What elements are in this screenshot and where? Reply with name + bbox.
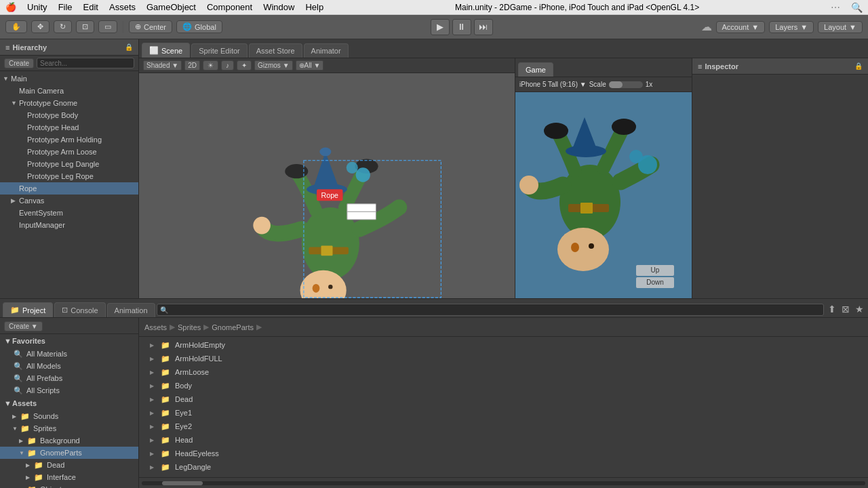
global-button[interactable]: 🌐 Global <box>176 20 222 33</box>
project-file-item[interactable]: ▶📁ArmHoldEmpty <box>139 338 868 352</box>
hierarchy-create-button[interactable]: Create <box>4 58 34 68</box>
scene-canvas[interactable]: Rope <box>139 73 515 298</box>
play-button[interactable]: ▶ <box>431 19 450 35</box>
favorites-item-label: All Prefabs <box>26 374 62 382</box>
folder-icon: 📁 <box>161 422 170 431</box>
account-button[interactable]: Account ▼ <box>716 21 766 33</box>
layers-button[interactable]: Layers ▼ <box>769 21 814 33</box>
menu-window[interactable]: Window <box>263 2 294 12</box>
hierarchy-search-input[interactable] <box>37 58 134 68</box>
hierarchy-item[interactable]: Prototype Leg Dangle <box>0 158 138 170</box>
project-file-item[interactable]: ▶📁Head <box>139 433 868 447</box>
rotate-tool-button[interactable]: ↻ <box>54 20 72 33</box>
shaded-dropdown[interactable]: Shaded ▼ <box>143 60 182 70</box>
project-file-item[interactable]: ▶📁HeadEyeless <box>139 447 868 460</box>
project-star-button[interactable]: ★ <box>854 302 865 316</box>
move-tool-button[interactable]: ✥ <box>31 20 50 33</box>
search-icon[interactable]: 🔍 <box>851 2 863 13</box>
favorites-item[interactable]: 🔍All Models <box>0 360 138 372</box>
tab-project[interactable]: 📁 Project <box>3 302 53 317</box>
project-file-item[interactable]: ▶📁LegDangle <box>139 460 868 474</box>
favorites-item[interactable]: 🔍All Scripts <box>0 384 138 396</box>
fx-button[interactable]: ✦ <box>237 60 252 70</box>
hierarchy-item[interactable]: ▶Canvas <box>0 195 138 207</box>
rect-tool-button[interactable]: ▭ <box>98 20 117 33</box>
project-file-item[interactable]: ▶📁Eye1 <box>139 406 868 420</box>
project-file-item[interactable]: ▶📁ArmLoose <box>139 365 868 379</box>
hierarchy-item[interactable]: Prototype Leg Rope <box>0 170 138 182</box>
favorites-item[interactable]: 🔍All Materials <box>0 348 138 360</box>
menu-file[interactable]: File <box>58 2 73 12</box>
project-filter-button[interactable]: ⊠ <box>840 302 851 316</box>
center-button[interactable]: ⊕ Center <box>129 20 172 33</box>
layout-button[interactable]: Layout ▼ <box>818 21 863 33</box>
lighting-button[interactable]: ☀ <box>203 60 218 70</box>
hierarchy-item[interactable]: Main Camera <box>0 85 138 97</box>
hierarchy-item[interactable]: ▼Prototype Gnome <box>0 97 138 109</box>
favorites-item[interactable]: 🔍All Prefabs <box>0 372 138 384</box>
menu-gameobject[interactable]: GameObject <box>146 2 196 12</box>
gizmos-dropdown[interactable]: Gizmos ▼ <box>254 60 293 70</box>
breadcrumb-gnomeparts[interactable]: GnomeParts <box>212 323 254 331</box>
scroll-thumb[interactable] <box>162 481 203 485</box>
hierarchy-item[interactable]: InputManager <box>0 219 138 231</box>
device-dropdown[interactable]: iPhone 5 Tall (9:16) ▼ <box>519 81 587 88</box>
scene-toolbar: Shaded ▼ 2D ☀ ♪ ✦ Gizmos ▼ ⊕All ▼ <box>139 58 515 73</box>
pause-button[interactable]: ⏸ <box>452 19 471 35</box>
asset-tree-item[interactable]: ▼📁Sprites <box>0 422 138 434</box>
project-sync-button[interactable]: ⬆ <box>827 302 837 316</box>
tab-scene[interactable]: ⬜ Scene <box>142 43 190 58</box>
hand-tool-button[interactable]: ✋ <box>5 20 27 33</box>
favorites-header[interactable]: ▼ Favorites <box>0 334 138 348</box>
project-file-item[interactable]: ▶📁Body <box>139 379 868 392</box>
tab-animation[interactable]: Animation <box>107 303 155 317</box>
asset-tree-item[interactable]: ▶📁Dead <box>0 459 138 471</box>
project-create-button[interactable]: Create ▼ <box>4 321 43 331</box>
asset-tree-item[interactable]: ▶📁Sounds <box>0 410 138 422</box>
folder-icon: 📁 <box>161 395 170 404</box>
scale-tool-button[interactable]: ⊡ <box>76 20 94 33</box>
folder-icon: 📁 <box>161 368 170 377</box>
asset-tree-item[interactable]: ▶📁Objects <box>0 483 138 488</box>
project-search-input[interactable] <box>157 304 824 316</box>
asset-tree-item[interactable]: ▼📁GnomeParts <box>0 447 138 459</box>
menu-edit[interactable]: Edit <box>83 2 98 12</box>
inspector-lock-icon[interactable]: 🔒 <box>854 62 863 70</box>
hierarchy-item[interactable]: EventSystem <box>0 207 138 219</box>
scroll-track[interactable] <box>142 481 865 485</box>
audio-button[interactable]: ♪ <box>221 60 234 70</box>
file-item-label: Body <box>175 382 192 390</box>
tab-animator[interactable]: Animator <box>304 43 349 58</box>
project-file-item[interactable]: ▶📁Dead <box>139 392 868 406</box>
breadcrumb-assets[interactable]: Assets <box>144 323 167 331</box>
project-file-item[interactable]: ▶📁ArmHoldFULL <box>139 352 868 365</box>
hierarchy-item[interactable]: Prototype Head <box>0 121 138 134</box>
tab-game[interactable]: Game <box>518 62 553 77</box>
tab-asset-store[interactable]: Asset Store <box>249 43 302 58</box>
scale-slider[interactable] <box>609 81 643 88</box>
hierarchy-item[interactable]: Prototype Body <box>0 109 138 121</box>
hierarchy-lock-icon[interactable]: 🔒 <box>125 43 133 51</box>
asset-tree-item[interactable]: ▶📁Interface <box>0 471 138 483</box>
step-button[interactable]: ⏭ <box>474 19 493 35</box>
file-item-label: HeadEyeless <box>175 449 219 458</box>
hierarchy-item[interactable]: Prototype Arm Loose <box>0 146 138 158</box>
menu-component[interactable]: Component <box>207 2 252 12</box>
game-canvas[interactable]: Up Down <box>515 92 692 298</box>
hierarchy-item[interactable]: Prototype Arm Holding <box>0 134 138 146</box>
asset-tree-item[interactable]: ▶📁Background <box>0 434 138 447</box>
menu-assets[interactable]: Assets <box>109 2 136 12</box>
project-file-item[interactable]: ▶📁Eye2 <box>139 420 868 433</box>
apple-menu[interactable]: 🍎 <box>5 2 16 12</box>
tab-console[interactable]: ⊡ Console <box>54 302 105 317</box>
2d-button[interactable]: 2D <box>184 60 200 70</box>
breadcrumb-sprites[interactable]: Sprites <box>178 323 201 331</box>
tab-sprite-editor[interactable]: Sprite Editor <box>191 43 248 58</box>
cloud-icon[interactable]: ☁ <box>701 20 712 33</box>
assets-header[interactable]: ▼ Assets <box>0 396 138 410</box>
hierarchy-item[interactable]: ▼Main <box>0 73 138 85</box>
hierarchy-item[interactable]: Rope <box>0 182 138 195</box>
menu-help[interactable]: Help <box>305 2 323 12</box>
scene-search-dropdown[interactable]: ⊕All ▼ <box>296 60 324 70</box>
menu-unity[interactable]: Unity <box>27 2 47 12</box>
